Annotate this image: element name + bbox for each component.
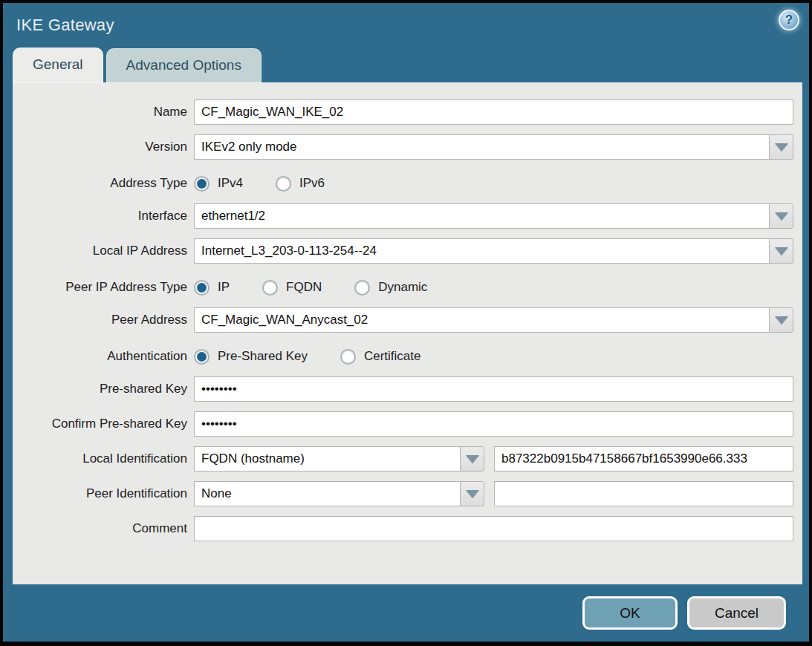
- chevron-down-icon: [466, 490, 479, 498]
- radio-ip-label: IP: [218, 280, 230, 295]
- local-ip-address-dropdown-button[interactable]: [769, 238, 793, 264]
- row-interface: Interface ethernet1/2: [13, 203, 793, 229]
- local-identification-type-value[interactable]: FQDN (hostname): [194, 446, 460, 472]
- row-peer-ip-address-type: Peer IP Address Type IP FQDN Dynamic: [13, 277, 793, 298]
- comment-label: Comment: [13, 521, 194, 536]
- radio-pre-shared-key[interactable]: Pre-Shared Key: [194, 349, 308, 365]
- help-icon[interactable]: ?: [779, 10, 799, 30]
- general-tab-panel: Name CF_Magic_WAN_IKE_02 Version IKEv2 o…: [13, 82, 802, 584]
- row-pre-shared-key: Pre-shared Key ••••••••: [13, 376, 793, 402]
- dialog-footer: OK Cancel: [3, 584, 809, 642]
- radio-ipv4-label: IPv4: [218, 176, 243, 191]
- tab-bar: General Advanced Options: [3, 48, 809, 82]
- peer-identification-type-select: None: [194, 481, 484, 506]
- name-label: Name: [13, 105, 194, 120]
- version-dropdown-button[interactable]: [769, 134, 793, 160]
- ike-gateway-dialog: IKE Gateway ? General Advanced Options N…: [0, 0, 812, 646]
- comment-input[interactable]: [194, 516, 793, 541]
- confirm-pre-shared-key-input[interactable]: ••••••••: [194, 411, 793, 437]
- radio-certificate-label: Certificate: [364, 349, 421, 364]
- radio-ipv6[interactable]: IPv6: [276, 176, 325, 192]
- row-address-type: Address Type IPv4 IPv6: [13, 173, 793, 194]
- radio-button-icon: [194, 176, 210, 192]
- chevron-down-icon: [775, 212, 788, 221]
- interface-label: Interface: [13, 209, 194, 224]
- local-identification-type-select: FQDN (hostname): [194, 446, 484, 472]
- version-value[interactable]: IKEv2 only mode: [194, 134, 769, 160]
- radio-pre-shared-key-label: Pre-Shared Key: [218, 349, 308, 364]
- row-local-identification: Local Identification FQDN (hostname) b87…: [13, 446, 793, 472]
- chevron-down-icon: [775, 247, 788, 255]
- local-ip-address-value[interactable]: Internet_L3_203-0-113-254--24: [194, 238, 769, 264]
- peer-identification-label: Peer Identification: [13, 486, 194, 501]
- radio-ip[interactable]: IP: [194, 280, 230, 296]
- peer-address-select: CF_Magic_WAN_Anycast_02: [194, 307, 793, 333]
- row-authentication: Authentication Pre-Shared Key Certificat…: [13, 346, 793, 367]
- row-version: Version IKEv2 only mode: [13, 134, 793, 160]
- peer-address-value[interactable]: CF_Magic_WAN_Anycast_02: [194, 307, 769, 333]
- confirm-pre-shared-key-label: Confirm Pre-shared Key: [13, 417, 194, 431]
- peer-identification-value-input[interactable]: [494, 481, 793, 506]
- tab-general[interactable]: General: [13, 48, 103, 82]
- chevron-down-icon: [466, 455, 479, 463]
- local-identification-dropdown-button[interactable]: [460, 446, 484, 472]
- radio-certificate[interactable]: Certificate: [340, 349, 421, 365]
- radio-button-icon: [354, 280, 370, 296]
- dialog-titlebar: IKE Gateway ?: [3, 3, 809, 48]
- radio-button-icon: [340, 349, 356, 365]
- version-label: Version: [13, 140, 194, 154]
- pre-shared-key-input[interactable]: ••••••••: [194, 376, 793, 402]
- row-name: Name CF_Magic_WAN_IKE_02: [13, 99, 793, 125]
- peer-address-label: Peer Address: [13, 313, 194, 327]
- chevron-down-icon: [775, 316, 788, 324]
- local-ip-address-label: Local IP Address: [13, 244, 194, 258]
- version-select: IKEv2 only mode: [194, 134, 793, 160]
- radio-button-icon: [194, 280, 210, 296]
- interface-value[interactable]: ethernet1/2: [194, 203, 769, 229]
- row-local-ip-address: Local IP Address Internet_L3_203-0-113-2…: [13, 238, 793, 264]
- radio-button-icon: [276, 176, 291, 192]
- peer-identification-dropdown-button[interactable]: [460, 481, 484, 506]
- radio-ipv4[interactable]: IPv4: [194, 176, 243, 192]
- radio-dynamic-label: Dynamic: [378, 280, 427, 295]
- cancel-button[interactable]: Cancel: [687, 596, 786, 630]
- peer-identification-type-value[interactable]: None: [194, 481, 460, 506]
- interface-select: ethernet1/2: [194, 203, 793, 229]
- local-ip-address-select: Internet_L3_203-0-113-254--24: [194, 238, 793, 264]
- tab-advanced-options[interactable]: Advanced Options: [106, 48, 262, 82]
- row-confirm-pre-shared-key: Confirm Pre-shared Key ••••••••: [13, 411, 793, 437]
- radio-fqdn[interactable]: FQDN: [262, 280, 322, 296]
- local-identification-value-input[interactable]: b87322b0915b47158667bf1653990e66.333: [494, 446, 793, 472]
- radio-ipv6-label: IPv6: [299, 176, 325, 191]
- name-input[interactable]: CF_Magic_WAN_IKE_02: [194, 99, 793, 125]
- radio-button-icon: [262, 280, 278, 296]
- ok-button[interactable]: OK: [582, 596, 678, 630]
- authentication-label: Authentication: [13, 349, 194, 364]
- pre-shared-key-label: Pre-shared Key: [13, 382, 194, 397]
- interface-dropdown-button[interactable]: [769, 203, 793, 229]
- radio-dynamic[interactable]: Dynamic: [354, 280, 427, 296]
- address-type-label: Address Type: [13, 176, 194, 191]
- local-identification-label: Local Identification: [13, 451, 194, 466]
- dialog-title: IKE Gateway: [16, 16, 114, 35]
- peer-address-dropdown-button[interactable]: [769, 307, 793, 333]
- peer-ip-address-type-label: Peer IP Address Type: [13, 280, 194, 295]
- chevron-down-icon: [775, 143, 788, 151]
- radio-button-icon: [194, 349, 210, 365]
- row-comment: Comment: [13, 516, 793, 541]
- row-peer-identification: Peer Identification None: [13, 481, 793, 506]
- radio-fqdn-label: FQDN: [286, 280, 322, 295]
- row-peer-address: Peer Address CF_Magic_WAN_Anycast_02: [13, 307, 793, 333]
